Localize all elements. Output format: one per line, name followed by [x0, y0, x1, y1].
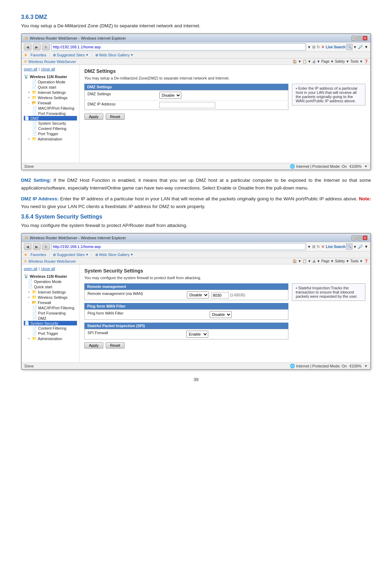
address-dropdown-1[interactable]: ▼: [307, 45, 311, 49]
dmz-ip-input[interactable]: [159, 102, 215, 108]
nav-item-operation-1[interactable]: 📄 Operation Mode: [24, 79, 77, 84]
dmz-settings-select[interactable]: Disable Enable: [159, 92, 181, 99]
back-button-2[interactable]: ◀: [24, 243, 31, 250]
router-label-1[interactable]: Wireless Router WebServer: [28, 60, 76, 64]
globe-icon-1: 🌐: [290, 164, 295, 169]
web-slice-dropdown-2[interactable]: ▼: [130, 253, 133, 256]
remote-select[interactable]: Disable Enable: [187, 291, 209, 298]
nav-item-router-2[interactable]: 📡 Wireless 11N Router: [24, 274, 77, 279]
router-favicon-1: ⊕: [24, 59, 27, 64]
nav-item-macip-2[interactable]: 📄 MAC/IP/Port Filtering: [24, 305, 77, 310]
nav-item-porttrig-1[interactable]: 📄 Port Trigger: [24, 131, 77, 136]
nav-item-portfwd-2[interactable]: 📄 Port Forwarding: [24, 310, 77, 316]
search-go-btn-1[interactable]: 🔍: [346, 44, 352, 50]
suggested-sites-link-2[interactable]: ⊕ Suggested Sites ▼: [53, 253, 89, 257]
restore-button-1[interactable]: □: [357, 36, 362, 41]
forward-button-1[interactable]: ▶: [33, 43, 41, 50]
nav-item-macip-1[interactable]: 📄 MAC/IP/Port Filtering: [24, 105, 77, 111]
router-label-2[interactable]: Wireless Router WebServer: [28, 259, 76, 263]
nav-item-quickstart-2[interactable]: 📄 Quick start: [24, 284, 77, 289]
nav-item-dmz-1[interactable]: 📄 DMZ: [24, 116, 77, 120]
search-extra-btn[interactable]: 🔎: [358, 45, 363, 49]
open-all-link-2[interactable]: open all: [24, 267, 37, 271]
tools-btn-2[interactable]: Tools ▼: [350, 259, 363, 263]
folder-icon-5: 📁: [32, 290, 37, 294]
stop-icon[interactable]: ✕: [321, 45, 324, 49]
feed-icon-2[interactable]: 📋: [302, 259, 307, 263]
nav-item-router-1[interactable]: 📡 Wireless 11N Router: [24, 74, 77, 79]
search-dropdown-1[interactable]: ▼: [353, 45, 357, 49]
refresh-button-2[interactable]: ↻: [42, 243, 50, 250]
feed-icon-1[interactable]: 📋: [302, 60, 307, 63]
nav-item-wireless-2[interactable]: + 📁 Wireless Settings: [24, 295, 77, 300]
suggested-dropdown-2[interactable]: ▼: [85, 253, 89, 256]
close-button-2[interactable]: ✕: [363, 235, 368, 240]
minimize-button-1[interactable]: –: [351, 36, 356, 41]
nav-item-wireless-1[interactable]: + 📁 Wireless Settings: [24, 95, 77, 100]
web-slice-dropdown-1[interactable]: ▼: [130, 53, 133, 57]
close-button-1[interactable]: ✕: [363, 36, 368, 41]
safety-btn-2[interactable]: Safety ▼: [335, 259, 349, 263]
restore-button-2[interactable]: □: [357, 235, 362, 240]
nav-item-dmz-2[interactable]: 📄 DMZ: [24, 316, 77, 321]
web-slice-link-1[interactable]: ⊕ Web Slice Gallery ▼: [95, 53, 133, 57]
nav-item-quickstart-1[interactable]: 📄 Quick start: [24, 84, 77, 90]
home-icon-1[interactable]: 🏠: [293, 60, 297, 63]
stop-icon-2[interactable]: ✕: [321, 244, 324, 249]
favorites-link-1[interactable]: Favorites: [30, 53, 46, 57]
search-go-btn-2[interactable]: 🔍: [346, 243, 352, 250]
nav-item-syssec-1[interactable]: 📄 System Security: [24, 120, 77, 126]
refresh-button-1[interactable]: ↻: [42, 43, 50, 50]
help-icon-2[interactable]: ❓: [364, 259, 368, 263]
reset-button-1[interactable]: Reset: [106, 113, 125, 120]
browser-extra-btn[interactable]: ▼: [364, 45, 368, 49]
web-slice-link-2[interactable]: ⊕ Web Slice Gallery ▼: [95, 253, 133, 257]
search-extra-btn-2[interactable]: 🔎: [358, 244, 363, 249]
apply-button-1[interactable]: Apply: [84, 113, 103, 120]
close-all-link-2[interactable]: close all: [41, 267, 55, 271]
zoom-dropdown-2[interactable]: ▼: [364, 364, 368, 368]
ping-select[interactable]: Disable Enable: [210, 311, 232, 318]
nav-item-internet-2[interactable]: + 📁 Internet Settings: [24, 289, 77, 295]
back-button-1[interactable]: ◀: [24, 43, 31, 50]
nav-item-contentfilt-2[interactable]: 📄 Content Filtering: [24, 325, 77, 331]
open-all-link-1[interactable]: open all: [24, 67, 37, 71]
nav-item-portfwd-1[interactable]: 📄 Port Forwarding: [24, 111, 77, 116]
nav-item-syssec-2[interactable]: 📄 System Security: [24, 321, 77, 325]
remote-port-input[interactable]: [211, 292, 229, 298]
suggested-dropdown-1[interactable]: ▼: [85, 53, 89, 57]
safety-btn-1[interactable]: Safety ▼: [335, 60, 349, 63]
forward-button-2[interactable]: ▶: [33, 243, 41, 250]
refresh-icon-2[interactable]: ↻: [317, 45, 320, 49]
apply-button-2[interactable]: Apply: [84, 342, 103, 349]
home-icon-2[interactable]: 🏠: [293, 259, 297, 263]
nav-item-admin-2[interactable]: + 📁 Administration: [24, 336, 77, 341]
tools-btn-1[interactable]: Tools ▼: [350, 60, 363, 63]
favorites-link-2[interactable]: Favorites: [30, 253, 46, 257]
nav-item-firewall-2[interactable]: - 📂 Firewall: [24, 300, 77, 305]
address-bar-2[interactable]: http://192.168.1.1/home.asp: [51, 243, 306, 250]
nav-item-internet-1[interactable]: + 📁 Internet Settings: [24, 90, 77, 95]
zoom-dropdown-1[interactable]: ▼: [364, 165, 368, 168]
close-all-link-1[interactable]: close all: [41, 67, 55, 71]
nav-item-contentfilt-1[interactable]: 📄 Content Filtering: [24, 126, 77, 131]
nav-item-operation-2[interactable]: 📄 Operation Mode: [24, 279, 77, 284]
minimize-button-2[interactable]: –: [351, 235, 356, 240]
nav-item-porttrig-2[interactable]: 📄 Port Trigger: [24, 331, 77, 336]
reset-button-2[interactable]: Reset: [106, 342, 125, 349]
address-dropdown-2[interactable]: ▼: [307, 245, 311, 249]
browser-extra-btn-2[interactable]: ▼: [364, 244, 368, 249]
search-dropdown-2[interactable]: ▼: [353, 245, 357, 249]
nav-item-firewall-1[interactable]: - 📂 Firewall: [24, 100, 77, 105]
left-nav-2: open all | close all 📡 Wireless 11N Rout…: [22, 264, 79, 363]
refresh-icon-3[interactable]: ↻: [317, 244, 320, 249]
page-btn-2[interactable]: Page ▼: [321, 259, 334, 263]
nav-item-admin-1[interactable]: + 📁 Administration: [24, 136, 77, 142]
page-btn-1[interactable]: Page ▼: [321, 60, 334, 63]
help-icon-1[interactable]: ❓: [364, 60, 368, 63]
address-bar-1[interactable]: http://192.168.1.1/home.asp: [51, 43, 306, 50]
suggested-sites-link-1[interactable]: ⊕ Suggested Sites ▼: [53, 53, 89, 57]
spi-select[interactable]: Enable Disable: [186, 331, 208, 338]
print-icon-2[interactable]: 🖨: [312, 259, 316, 263]
print-icon-1[interactable]: 🖨: [312, 60, 316, 63]
